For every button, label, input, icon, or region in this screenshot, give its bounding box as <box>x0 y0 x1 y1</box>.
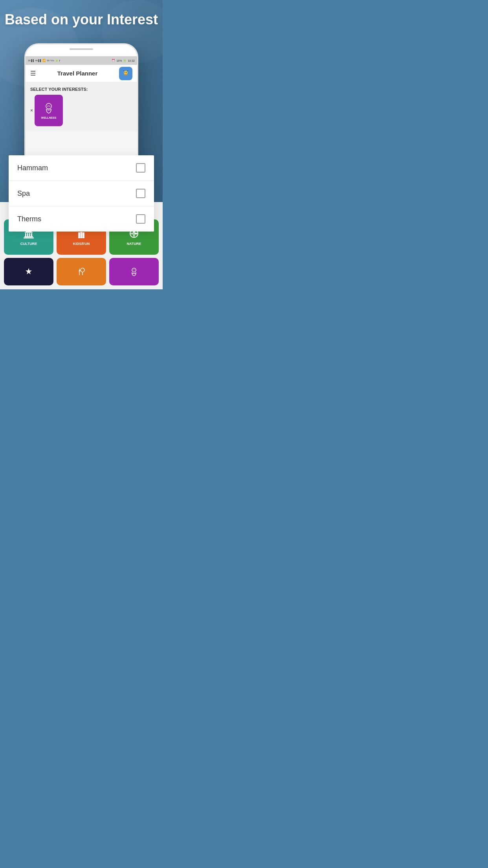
svg-rect-47 <box>78 236 80 238</box>
svg-rect-45 <box>81 232 83 236</box>
svg-rect-37 <box>27 233 28 236</box>
battery-percent: 16% <box>116 59 122 62</box>
svg-point-7 <box>125 72 125 73</box>
dropdown-item-hammam[interactable]: Hammam <box>9 155 154 181</box>
svg-point-52 <box>81 268 84 272</box>
svg-rect-13 <box>127 73 127 75</box>
therms-label: Therms <box>17 215 41 223</box>
wellness-label: WELLNESS <box>41 116 57 119</box>
svg-rect-12 <box>124 73 125 75</box>
nightlife-tile[interactable] <box>4 258 53 285</box>
spa-label: Spa <box>17 189 30 198</box>
speed-text: 58.7 K/s <box>47 59 54 62</box>
wellness-tile[interactable] <box>109 258 159 285</box>
wellness-tile-icon <box>130 267 138 276</box>
food-icon <box>77 267 86 276</box>
status-bar: 26 ▌▌ 46 ▌▌ 📶 58.7 K/s 🔋 f ⏰ 16% 🔋 10:32 <box>26 56 137 65</box>
dropdown-item-therms[interactable]: Therms <box>9 206 154 232</box>
wellness-chip[interactable]: WELLNESS <box>35 95 63 126</box>
svg-rect-36 <box>25 233 26 236</box>
svg-point-16 <box>50 106 50 107</box>
svg-rect-39 <box>31 233 32 236</box>
svg-rect-38 <box>29 233 30 236</box>
svg-rect-34 <box>24 236 33 237</box>
signal-text: 26 ▌▌ 46 ▌▌ <box>28 59 42 62</box>
battery-bar: 🔋 <box>123 59 127 62</box>
time-display: 10:32 <box>128 59 135 62</box>
svg-rect-48 <box>81 236 83 238</box>
interests-label: SELECT YOUR INTERESTS: <box>30 87 132 92</box>
app-bar: ☰ Travel Planner <box>26 65 137 82</box>
food-tile[interactable] <box>57 258 106 285</box>
svg-point-8 <box>126 72 127 73</box>
svg-rect-44 <box>78 232 80 236</box>
second-tiles-row <box>4 258 159 285</box>
dropdown-panel: Hammam Spa Therms <box>9 155 154 232</box>
svg-rect-46 <box>83 232 84 236</box>
alarm-icon: ⏰ <box>112 59 115 62</box>
svg-marker-51 <box>26 268 32 274</box>
svg-point-55 <box>132 268 136 272</box>
status-right: ⏰ 16% 🔋 10:32 <box>112 59 135 62</box>
nature-bottom-label: NATURE <box>127 242 141 246</box>
close-wellness-button[interactable]: × <box>30 108 33 113</box>
bee-logo-icon <box>121 69 130 78</box>
menu-button[interactable]: ☰ <box>30 70 36 77</box>
app-logo <box>119 67 132 80</box>
kidsfun-bottom-label: KIDS/FUN <box>73 242 90 246</box>
hammam-label: Hammam <box>17 164 48 172</box>
fb-icon: f <box>59 59 60 62</box>
battery-icon-small: 🔋 <box>55 59 59 62</box>
full-page: Based on your Interest 26 ▌▌ 46 ▌▌ 📶 58.… <box>0 0 163 289</box>
status-left: 26 ▌▌ 46 ▌▌ 📶 58.7 K/s 🔋 f <box>28 59 60 62</box>
app-title: Travel Planner <box>57 70 98 77</box>
svg-point-15 <box>47 106 48 107</box>
selected-chips: × WELLNESS <box>30 95 63 126</box>
culture-bottom-label: CULTURE <box>20 242 37 246</box>
wellness-icon <box>42 102 55 115</box>
wifi-icon: 📶 <box>42 59 46 62</box>
phone-notch <box>70 48 93 50</box>
spa-checkbox[interactable] <box>136 189 145 198</box>
page-title: Based on your Interest <box>0 11 163 28</box>
svg-rect-49 <box>83 236 84 238</box>
svg-rect-35 <box>24 237 34 239</box>
content-area: SELECT YOUR INTERESTS: × WELLNESS <box>26 82 137 131</box>
dropdown-item-spa[interactable]: Spa <box>9 181 154 206</box>
svg-point-14 <box>46 103 51 109</box>
nightlife-icon <box>24 267 33 276</box>
hammam-checkbox[interactable] <box>136 163 145 173</box>
header-section: Based on your Interest <box>0 11 163 28</box>
therms-checkbox[interactable] <box>136 214 145 224</box>
